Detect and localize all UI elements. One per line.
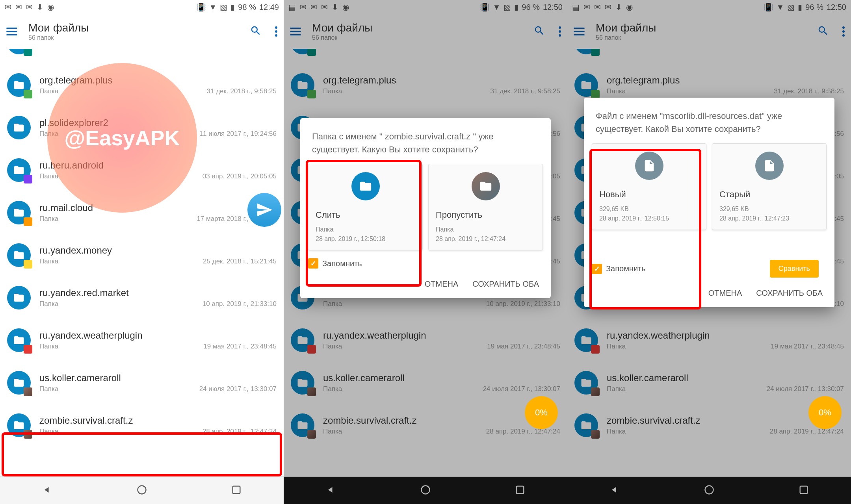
mail-icon: ✉ [15,2,22,12]
folder-row[interactable]: Папка15 марта 2019 г., 18:07:19 [0,49,284,64]
status-bar: ▤✉✉✉⬇◉ 📳▼▧▮96 %12:50 [284,0,567,14]
recents-button[interactable] [515,484,526,497]
folder-row[interactable]: ru.mail.cloudПапка17 марта 2018 г., 10:2… [0,191,284,234]
save-both-button[interactable]: СОХРАНИТЬ ОБА [472,280,539,289]
wifi-icon: ▼ [209,3,217,12]
folder-type: Папка [39,215,58,223]
folder-row[interactable]: ru.beru.androidПапка03 апр. 2019 г., 20:… [0,149,284,191]
skip-card[interactable]: Пропустить Папка 28 апр. 2019 г., 12:47:… [428,164,543,250]
overflow-button[interactable] [275,26,277,37]
app-badge [24,387,32,396]
folder-type: Папка [607,428,626,435]
folder-name: ru.yandex.red.market [39,287,277,298]
menu-button[interactable] [574,28,585,35]
folder-date: 24 июля 2017 г., 13:30:07 [767,385,844,393]
home-button[interactable] [704,484,715,497]
folder-type: Папка [323,87,342,95]
compare-button[interactable]: Сравнить [770,260,819,278]
folder-icon [574,328,598,352]
folder-row[interactable]: org.telegram.plusПапка31 дек. 2018 г., 9… [0,64,284,106]
folder-name: ru.yandex.weatherplugin [607,330,844,341]
menu-button[interactable] [290,28,301,35]
folder-name: zombie.survival.craft.z [607,415,844,426]
folder-row[interactable]: Папка15 марта 2019 г., 18:07:19 [284,49,567,64]
folder-date: 31 дек. 2018 г., 9:58:25 [774,87,844,95]
overflow-button[interactable] [842,26,845,37]
download-icon: ⬇ [37,2,43,12]
folder-name: ru.yandex.weatherplugin [323,330,560,341]
folder-icon [7,243,31,267]
cancel-button[interactable]: ОТМЕНА [708,289,742,298]
cancel-button[interactable]: ОТМЕНА [425,280,459,289]
app-bar: Мои файлы56 папок [284,14,567,49]
back-button[interactable] [609,484,620,497]
folder-date: 03 апр. 2019 г., 20:05:05 [203,172,277,180]
folder-icon [574,73,598,97]
app-badge [591,430,600,439]
back-button[interactable] [42,484,53,497]
nav-bar [0,476,284,504]
recents-button[interactable] [798,484,809,497]
search-button[interactable] [250,25,262,38]
svg-point-2 [422,485,430,494]
app-badge [24,345,32,354]
save-both-button[interactable]: СОХРАНИТЬ ОБА [756,289,823,298]
folder-row[interactable]: ru.yandex.weatherpluginПапка19 мая 2017 … [567,319,851,361]
nav-bar [567,476,851,504]
folder-type: Папка [39,258,58,265]
overflow-button[interactable] [559,26,561,37]
back-button[interactable] [325,484,336,497]
folder-list[interactable]: Папка15 марта 2019 г., 18:07:19org.teleg… [0,49,284,476]
screen-2: ▤✉✉✉⬇◉ 📳▼▧▮96 %12:50 Мои файлы56 папок П… [284,0,567,504]
app-badge [24,175,32,183]
folder-row[interactable]: us.koller.camerarollПапка24 июля 2017 г.… [0,361,284,404]
battery-text: 98 % [238,3,256,12]
folder-icon [7,73,31,97]
app-bar: Мои файлы 56 папок [0,14,284,49]
app-badge [307,430,316,439]
folder-icon [291,73,314,97]
old-file-card[interactable]: Старый 329,65 KB 28 апр. 2019 г., 12:47:… [712,143,827,230]
app-badge [24,49,32,56]
folder-row[interactable]: Папка15 марта 2019 г., 18:07:19 [567,49,851,64]
folder-row[interactable]: ru.yandex.red.marketПапка10 апр. 2019 г.… [0,276,284,319]
folder-icon [291,49,314,54]
folder-type: Папка [39,172,58,180]
folder-icon [291,371,314,395]
folder-name: org.telegram.plus [323,75,560,86]
folder-type: Папка [39,130,58,138]
folder-row[interactable]: ru.yandex.weatherpluginПапка19 мая 2017 … [284,319,567,361]
menu-button[interactable] [6,28,17,35]
folder-row[interactable]: pl.solidexplorer2Папка11 июля 2017 г., 1… [0,106,284,149]
folder-row[interactable]: org.telegram.plusПапка31 дек. 2018 г., 9… [284,64,567,106]
folder-date: 11 июля 2017 г., 19:24:56 [199,130,277,138]
progress-fab[interactable]: 0% [525,396,558,429]
folder-row[interactable]: ru.yandex.moneyПапка25 дек. 2018 г., 15:… [0,234,284,276]
folder-type: Папка [323,300,342,308]
home-button[interactable] [420,484,431,497]
nav-bar [284,476,567,504]
folder-type: Папка [607,87,626,95]
folder-date: 19 мая 2017 г., 23:48:45 [487,343,560,350]
folder-type: Папка [607,385,626,393]
folder-type: Папка [39,385,58,393]
app-badge [591,345,600,354]
app-badge [24,260,32,269]
search-button[interactable] [817,25,829,38]
status-bar: ▤✉✉✉⬇◉ 📳▼▧▮96 %12:50 [567,0,851,14]
file-icon [755,152,784,180]
recents-button[interactable] [231,484,242,497]
folder-row[interactable]: us.koller.camerarollПапка24 июля 2017 г.… [284,361,567,404]
screen-3: ▤✉✉✉⬇◉ 📳▼▧▮96 %12:50 Мои файлы56 папок П… [567,0,851,504]
search-button[interactable] [533,25,545,38]
highlight [306,160,422,287]
folder-row[interactable]: us.koller.camerarollПапка24 июля 2017 г.… [567,361,851,404]
app-badge [307,387,316,396]
folder-name: zombie.survival.craft.z [39,415,277,426]
progress-fab[interactable]: 0% [808,396,842,429]
home-button[interactable] [136,484,147,497]
folder-icon [7,371,31,395]
app-badge [24,217,32,226]
folder-row[interactable]: ru.yandex.weatherpluginПапка19 мая 2017 … [0,319,284,361]
app-badge [591,90,600,98]
